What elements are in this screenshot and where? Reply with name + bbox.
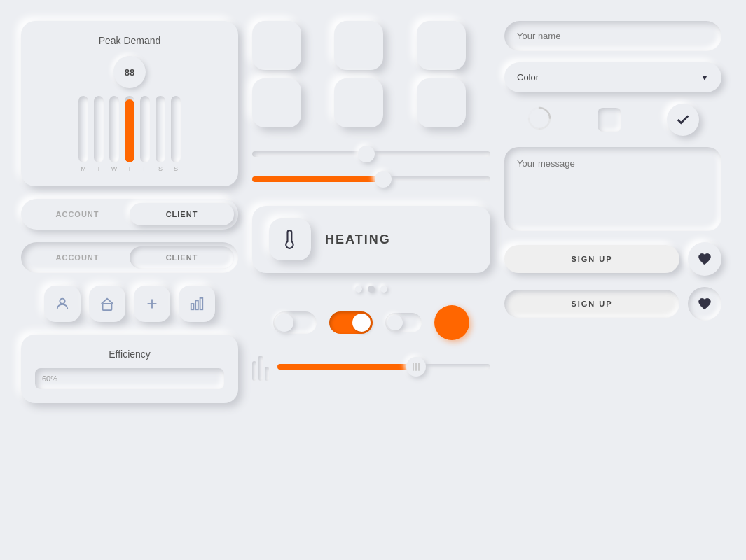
- bar-chart: MTWTFSS: [35, 95, 224, 172]
- person-icon: [55, 296, 70, 312]
- toggle-thumb-1: [275, 314, 293, 332]
- svg-rect-5: [195, 300, 198, 309]
- bar-label-3: T: [127, 165, 132, 172]
- bar-slot-0: M: [78, 96, 88, 172]
- bar-5: [156, 96, 165, 162]
- peak-demand-card: Peak Demand 88 MTWTFSS: [21, 21, 238, 186]
- spinner-icon: [527, 106, 552, 131]
- slider-container: [252, 140, 490, 193]
- heart-icon-2: [698, 297, 712, 311]
- toggle-3[interactable]: [385, 313, 422, 332]
- bar-4: [140, 96, 150, 162]
- heating-label: HEATING: [325, 232, 391, 247]
- slider-1[interactable]: [252, 146, 490, 162]
- vbar-1: [252, 361, 256, 381]
- svg-rect-1: [103, 304, 112, 310]
- toggle-4[interactable]: [434, 305, 469, 340]
- heart-button-2[interactable]: [688, 287, 721, 321]
- loader-check-row: [504, 104, 721, 136]
- thermometer-icon: [269, 218, 311, 260]
- message-textarea[interactable]: [504, 147, 721, 231]
- bar-slot-2: W: [109, 96, 119, 172]
- name-input[interactable]: [504, 21, 721, 51]
- right-column: Color ▼ SIGN: [504, 21, 721, 321]
- peak-value: 88: [113, 56, 146, 88]
- long-slider-thumb[interactable]: [406, 357, 426, 377]
- bar-label-1: T: [97, 165, 101, 172]
- tab-client-2[interactable]: CLIENT: [130, 246, 234, 269]
- tab-group-1: ACCOUNT CLIENT: [21, 199, 238, 230]
- bar-label-2: W: [111, 165, 118, 172]
- person-icon-btn[interactable]: [44, 286, 81, 322]
- vbar-2: [258, 356, 263, 381]
- tab-client-1[interactable]: CLIENT: [130, 203, 234, 225]
- peak-demand-title: Peak Demand: [35, 35, 224, 46]
- dot-1: [355, 286, 362, 293]
- bar-slot-6: S: [171, 96, 181, 172]
- toggle-thumb-3: [387, 315, 403, 330]
- signup-row-2: SIGN UP: [504, 287, 721, 321]
- chart-icon-btn[interactable]: [179, 286, 215, 322]
- checkmark-icon: [675, 112, 691, 127]
- tab-group-2: ACCOUNT CLIENT: [21, 242, 238, 273]
- thermo-svg: [280, 230, 300, 249]
- home-icon: [99, 296, 115, 312]
- heart-button-1[interactable]: [688, 242, 721, 276]
- long-slider[interactable]: [277, 358, 490, 375]
- sq-btn-5[interactable]: [334, 78, 383, 127]
- progress-value: 60%: [39, 374, 57, 383]
- sq-btn-6[interactable]: [417, 78, 466, 127]
- color-dropdown-label: Color: [517, 72, 539, 83]
- signup-row-1: SIGN UP: [504, 242, 721, 276]
- bar-slot-1: T: [94, 96, 104, 172]
- svg-point-0: [60, 299, 64, 304]
- v-sliders-row: [252, 353, 490, 381]
- bar-label-4: F: [143, 165, 147, 172]
- bar-3: [125, 96, 134, 162]
- signup-button-1[interactable]: SIGN UP: [504, 245, 679, 273]
- checkmark-button[interactable]: [667, 104, 699, 136]
- toggle-2[interactable]: [329, 312, 373, 334]
- bar-label-5: S: [158, 165, 163, 172]
- slider-thumb-2[interactable]: [375, 171, 392, 188]
- efficiency-title: Efficiency: [35, 349, 224, 360]
- plus-icon-btn[interactable]: [134, 286, 170, 322]
- chart-icon: [189, 296, 205, 312]
- loader-spinner: [527, 106, 552, 134]
- color-dropdown-wrap: Color ▼: [504, 62, 721, 92]
- sq-btn-4[interactable]: [252, 78, 301, 127]
- sq-btn-3[interactable]: [417, 21, 466, 70]
- home-icon-btn[interactable]: [89, 286, 125, 322]
- slider-2[interactable]: [252, 171, 490, 188]
- signup-button-2[interactable]: SIGN UP: [504, 290, 679, 318]
- toggle-1[interactable]: [273, 312, 317, 334]
- plus-icon: [144, 296, 160, 312]
- heart-icon-1: [698, 252, 712, 266]
- tab-account-2[interactable]: ACCOUNT: [25, 246, 130, 269]
- bar-6: [171, 96, 181, 162]
- dot-3: [380, 286, 387, 293]
- checkbox-unchecked[interactable]: [598, 108, 621, 132]
- bar-label-6: S: [174, 165, 178, 172]
- sq-btn-1[interactable]: [252, 21, 301, 70]
- dots-row: [252, 286, 490, 293]
- icon-row: [21, 286, 238, 322]
- vbar-3: [265, 367, 269, 381]
- toggles-row: [252, 305, 490, 340]
- bar-0: [78, 96, 88, 162]
- bar-label-0: M: [81, 165, 86, 172]
- tab-account-1[interactable]: ACCOUNT: [25, 203, 130, 225]
- svg-rect-6: [200, 298, 203, 310]
- vertical-bars: [252, 353, 269, 381]
- slider-thumb-1[interactable]: [358, 146, 375, 162]
- bar-slot-5: S: [156, 96, 165, 172]
- page-container: Peak Demand 88 MTWTFSS ACCOUNT CLIENT AC…: [0, 0, 746, 560]
- toggle-thumb-2: [352, 314, 371, 332]
- sq-btn-2[interactable]: [334, 21, 383, 70]
- color-dropdown[interactable]: Color: [504, 62, 721, 92]
- progress-track: 60%: [35, 368, 224, 389]
- bar-1: [94, 96, 104, 162]
- mid-column: HEATING: [252, 21, 490, 381]
- bar-slot-4: F: [140, 96, 150, 172]
- bar-slot-3: T: [125, 96, 134, 172]
